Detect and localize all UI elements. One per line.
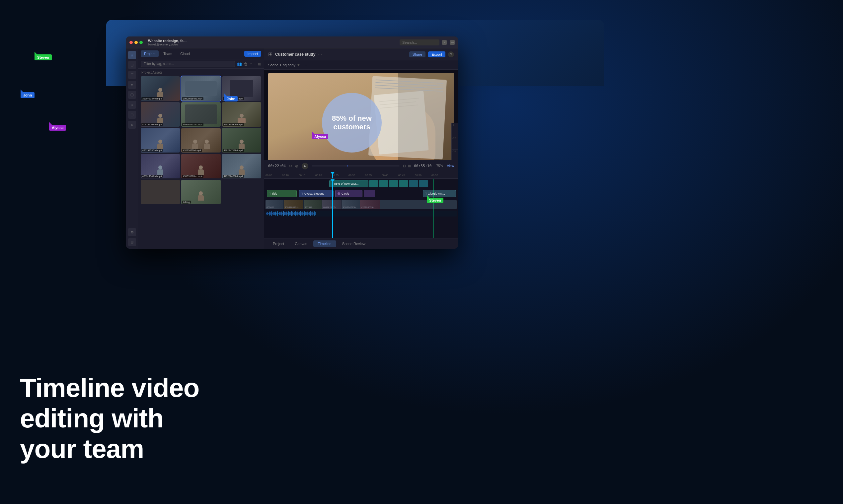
frame-icon[interactable]: ⊡	[403, 164, 406, 168]
sidebar-icon-grid[interactable]: ⊞	[128, 61, 136, 69]
asset-thumb-9[interactable]: 420234713hd.mp4	[222, 128, 261, 152]
play-button[interactable]: ▶	[302, 163, 308, 169]
clip-group-teal	[369, 180, 428, 187]
cursor-john-app: John	[224, 96, 238, 102]
sidebar-icon-tool[interactable]: ⊕	[128, 101, 136, 109]
green-playhead	[433, 179, 433, 238]
preview-canvas: 85% of new customers -6 -12 -18 -24 -30 …	[264, 70, 458, 160]
sidebar-icon-crop[interactable]: ⊡	[128, 111, 136, 119]
clip-teal-3[interactable]	[389, 180, 398, 187]
playhead[interactable]	[332, 179, 333, 238]
progress-bar-area[interactable]	[312, 165, 400, 166]
cursor-alyssa: Alyssa	[49, 125, 66, 131]
minimize-icon[interactable]: —	[450, 40, 455, 45]
asset-thumb-2[interactable]: 398005584hd.mp4	[181, 76, 220, 101]
asset-filename-6: 420183535hd.mp4	[223, 123, 244, 126]
search-input[interactable]	[400, 39, 440, 46]
icon-sidebar: ⌂ ⊞ ☰ ✦ ⬡ ⊕ ⊡ ⌕ ⚙ ⊟	[126, 49, 138, 249]
grid-view-icon[interactable]: ⊞	[258, 62, 261, 66]
import-button[interactable]: Import	[244, 51, 261, 57]
tab-cloud[interactable]: Cloud	[177, 50, 193, 57]
download-icon[interactable]: ↓	[254, 62, 256, 66]
headline-text: Timeline videoediting withyour team	[20, 373, 199, 464]
asset-thumb-5[interactable]: 403762207hd.mp4	[181, 102, 220, 127]
sidebar-icon-sparkle[interactable]: ✦	[128, 81, 136, 89]
view-label[interactable]: View	[447, 164, 454, 168]
playback-icons: ✂ ⊕	[289, 164, 298, 168]
share-icon[interactable]: ↑	[250, 62, 252, 66]
asset-thumb-4[interactable]: 403782207hd.mp4	[141, 102, 180, 127]
sidebar-icon-tag[interactable]: ⬡	[128, 91, 136, 99]
circle-overlay: 85% of new customers	[322, 93, 382, 152]
close-button[interactable]	[130, 41, 133, 44]
filter-input[interactable]	[141, 61, 235, 67]
tab-project[interactable]: Project	[141, 50, 159, 57]
asset-thumb-1[interactable]: 367979337hd.mp4	[141, 76, 180, 101]
asset-filename-12: 473292473hd.mp4	[223, 175, 244, 178]
asset-thumb-8[interactable]: 42023473hd.mp4	[181, 128, 220, 152]
cut-icon[interactable]: ✂	[289, 164, 292, 168]
sidebar-icon-settings[interactable]: ⚙	[128, 228, 136, 236]
clip-extra[interactable]	[364, 190, 375, 197]
asset-thumb-11[interactable]: 459318870hd.mp4	[181, 154, 220, 178]
cursor-alyssa-label: Alyssa	[49, 125, 66, 131]
tab-scene-review-bottom[interactable]: Scene Review	[338, 240, 370, 247]
clip-circle[interactable]: Circle	[335, 190, 362, 197]
cursor-john-label: John	[21, 92, 35, 98]
close-icon[interactable]: ✕	[442, 40, 447, 45]
clip-alyssa[interactable]: T Alyssa Stevens	[299, 190, 333, 197]
asset-filename-5: 403762207hd.mp4	[182, 123, 203, 126]
sidebar-icon-layers[interactable]: ☰	[128, 71, 136, 79]
cursor-alyssa-canvas: Alyssa	[312, 134, 328, 139]
sidebar-icon-search[interactable]: ⌕	[128, 121, 136, 129]
fullscreen-icon[interactable]: ⊞	[408, 164, 411, 168]
tab-timeline-bottom[interactable]: Timeline	[313, 240, 336, 247]
tab-canvas-bottom[interactable]: Canvas	[290, 240, 312, 247]
total-duration: 00:55:10	[414, 164, 432, 168]
clip-teal-1[interactable]	[369, 180, 378, 187]
video-preview: 85% of new customers	[268, 73, 454, 160]
cursor-steven-label: Steven	[35, 54, 52, 60]
split-icon[interactable]: ⊕	[295, 164, 298, 168]
cursor-steven-timeline: Steven	[427, 198, 443, 203]
headline: Timeline videoediting withyour team	[20, 373, 199, 464]
more-menu-icon[interactable]: ···	[318, 52, 322, 57]
scene-selector: Scene 1 brj copy ▼ ···	[264, 60, 458, 70]
waveform	[265, 211, 457, 217]
asset-thumb-13[interactable]	[141, 180, 180, 204]
maximize-button[interactable]	[139, 41, 143, 44]
zoom-level: 75%	[436, 164, 443, 168]
asset-filename-2: 398005584hd.mp4	[182, 97, 203, 100]
tab-team[interactable]: Team	[160, 50, 176, 57]
delete-icon[interactable]: 🗑	[244, 62, 248, 66]
stat-text: 85% of new customers	[322, 111, 382, 135]
export-button[interactable]: Export	[428, 51, 445, 57]
share-button[interactable]: Share	[409, 51, 426, 57]
asset-thumb-14[interactable]: talking	[181, 180, 220, 204]
playback-bar: 00:22:04 ✂ ⊕ ▶ ⊡ ⊞ 00:55:10 75% View	[264, 160, 458, 172]
canvas-title: Customer case study	[275, 52, 315, 57]
canvas-actions: Share Export ?	[409, 51, 454, 57]
clip-title[interactable]: T Title	[267, 190, 297, 197]
scene-name[interactable]: Scene 1 brj copy ▼ ···	[268, 63, 307, 67]
asset-filename-9: 420234713hd.mp4	[223, 149, 244, 152]
clip-circle-label: Circle	[342, 192, 349, 195]
clip-teal-2[interactable]	[379, 180, 388, 187]
clip-teal-4[interactable]	[399, 180, 408, 187]
clip-teal-6[interactable]	[419, 180, 428, 187]
asset-filename-8: 42023473hd.mp4	[182, 149, 202, 152]
asset-filename-10: 420311347hd.mp4	[141, 175, 162, 178]
project-panel: Project Team Cloud Import 👥 🗑 ↑ ↓ ⊞ Proj…	[138, 49, 264, 249]
clip-stat[interactable]: T 85% of new cust...	[329, 180, 368, 187]
asset-thumb-6[interactable]: 420183535hd.mp4	[222, 102, 261, 127]
asset-thumb-10[interactable]: 420311347hd.mp4	[141, 154, 180, 178]
sidebar-icon-monitor[interactable]: ⊟	[128, 238, 136, 246]
tab-project-bottom[interactable]: Project	[268, 240, 289, 247]
app-body: ⌂ ⊞ ☰ ✦ ⬡ ⊕ ⊡ ⌕ ⚙ ⊟ Project Team Cloud I…	[126, 49, 458, 249]
minimize-button[interactable]	[134, 41, 138, 44]
asset-thumb-7[interactable]: 420193535hd.mp4	[141, 128, 180, 152]
clip-teal-5[interactable]	[409, 180, 418, 187]
help-icon[interactable]: ?	[448, 51, 454, 57]
asset-thumb-12[interactable]: 473292473hd.mp4	[222, 154, 261, 178]
sidebar-icon-home[interactable]: ⌂	[128, 51, 136, 59]
